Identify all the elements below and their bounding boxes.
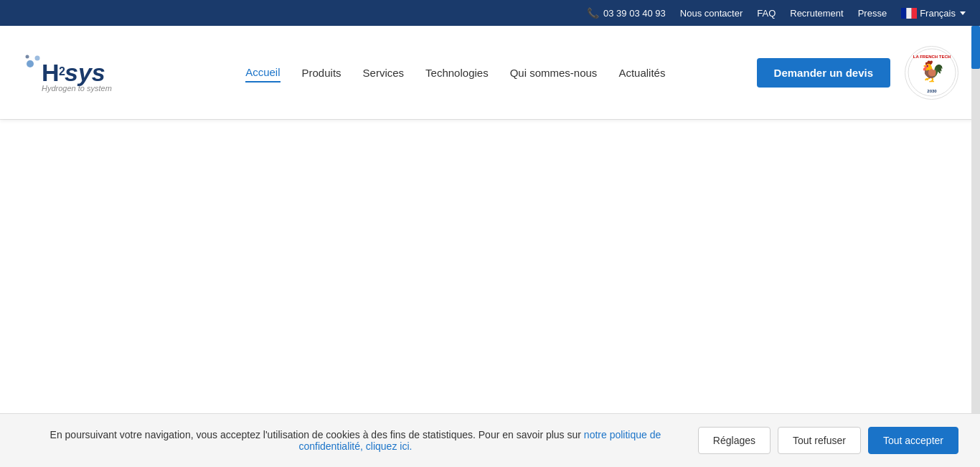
- phone-wrapper: 📞 03 39 03 40 93: [587, 7, 666, 19]
- phone-icon: 📞: [587, 7, 599, 19]
- svg-rect-0: [901, 8, 906, 19]
- presse-link[interactable]: Presse: [858, 8, 887, 19]
- cookie-reglages-button[interactable]: Réglages: [698, 427, 771, 454]
- nav-link-qui-sommes-nous[interactable]: Qui sommes-nous: [510, 64, 598, 82]
- svg-rect-1: [906, 8, 911, 19]
- cookie-refuser-button[interactable]: Tout refuser: [778, 427, 861, 454]
- svg-point-4: [35, 56, 40, 61]
- cookie-buttons: Réglages Tout refuser Tout accepter: [698, 427, 958, 454]
- cookie-bar: En poursuivant votre navigation, vous ac…: [0, 413, 980, 467]
- svg-rect-2: [912, 8, 917, 19]
- chevron-down-icon: [960, 11, 966, 15]
- faq-link[interactable]: FAQ: [757, 8, 776, 19]
- nav-link-produits[interactable]: Produits: [302, 64, 341, 82]
- svg-point-3: [27, 60, 34, 67]
- svg-text:Hydrogen to system: Hydrogen to system: [42, 84, 112, 93]
- cookie-text: En poursuivant votre navigation, vous ac…: [22, 429, 689, 452]
- main-nav: H 2 sys Hydrogen to system Accueil Produ…: [0, 26, 980, 119]
- scrollbar[interactable]: [971, 26, 980, 467]
- recrutement-link[interactable]: Recrutement: [790, 8, 843, 19]
- cookie-accepter-button[interactable]: Tout accepter: [868, 427, 958, 454]
- language-label: Français: [920, 8, 956, 19]
- svg-point-5: [26, 55, 29, 59]
- logo[interactable]: H 2 sys Hydrogen to system: [22, 51, 140, 94]
- svg-text:LA FRENCH TECH: LA FRENCH TECH: [913, 55, 950, 59]
- nav-link-accueil[interactable]: Accueil: [245, 63, 280, 82]
- hero-section: [0, 120, 980, 392]
- top-bar: 📞 03 39 03 40 93 Nous contacter FAQ Recr…: [0, 0, 980, 26]
- demander-devis-button[interactable]: Demander un devis: [757, 58, 890, 88]
- nav-link-technologies[interactable]: Technologies: [425, 64, 489, 82]
- nav-link-actualites[interactable]: Actualités: [618, 64, 665, 82]
- svg-text:H: H: [42, 59, 60, 86]
- cookie-message: En poursuivant votre navigation, vous ac…: [50, 429, 581, 440]
- svg-text:2030: 2030: [927, 89, 937, 93]
- nav-links: Accueil Produits Services Technologies Q…: [169, 63, 743, 82]
- phone-number: 03 39 03 40 93: [603, 8, 666, 19]
- french-flag-icon: [901, 8, 917, 19]
- svg-text:🐓: 🐓: [919, 60, 944, 83]
- nav-link-services[interactable]: Services: [363, 64, 405, 82]
- nous-contacter-link[interactable]: Nous contacter: [680, 8, 743, 19]
- language-selector[interactable]: Français: [901, 8, 966, 19]
- french-tech-badge: 🐓 LA FRENCH TECH 2030: [905, 46, 958, 100]
- french-tech-icon: 🐓 LA FRENCH TECH 2030: [908, 48, 956, 97]
- logo-svg: H 2 sys Hydrogen to system: [22, 51, 140, 94]
- scrollbar-thumb[interactable]: [971, 26, 980, 69]
- svg-text:sys: sys: [65, 59, 105, 86]
